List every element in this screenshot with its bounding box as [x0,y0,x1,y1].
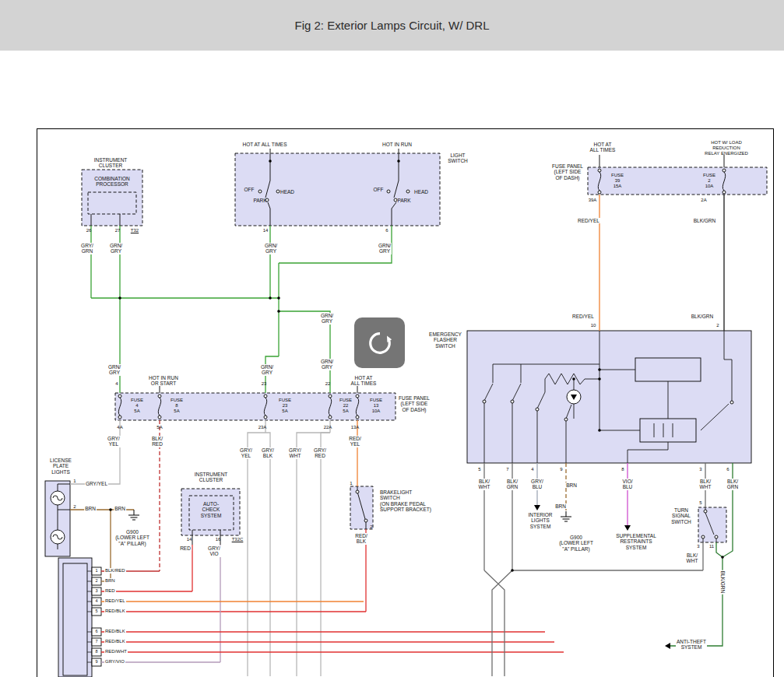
component-box [92,588,101,595]
arrow-symbol [665,643,670,649]
fuse-symbol [356,395,359,398]
ground-symbol [561,511,571,521]
contact-symbol [394,198,397,202]
junction-dot [277,310,280,313]
wire [321,433,330,676]
ground-symbol [128,510,139,520]
fuse-symbol [722,169,726,172]
contact-symbol [258,190,262,193]
contact-symbol [511,400,514,403]
contact-symbol [364,519,367,522]
contact-symbol [387,190,390,193]
contact-symbol [536,408,539,411]
junction-dot [572,377,575,381]
contact-symbol [356,490,359,493]
loading-spinner-icon [367,330,393,356]
wire [492,570,512,676]
junction-dot [598,429,601,432]
contact-symbol [406,190,410,193]
junction-dot [277,296,280,300]
component-box [92,598,101,605]
contact-symbol [564,418,568,421]
junction-dot [721,556,724,559]
component-box [235,153,440,226]
component-box [588,167,767,195]
loading-overlay[interactable] [354,317,405,368]
component-box [92,648,101,656]
fuse-symbol [329,395,332,398]
junction-dot [598,368,601,371]
wire [669,463,733,646]
fuse-symbol [598,169,601,172]
fuse-symbol [598,191,601,194]
contact-symbol [715,535,718,538]
contact-symbol [730,401,733,404]
component-box [467,331,751,463]
fuse-symbol [264,395,267,398]
junction-dot [269,296,272,300]
wire [279,311,330,393]
contact-symbol [701,535,705,538]
diagram-area: INSTRUMENT CLUSTERCOMBINATION PROCESSOR2… [0,0,784,677]
junction-dot [598,377,601,381]
component-box [92,608,101,616]
junction-dot [511,569,514,572]
fuse-symbol [118,416,121,419]
fuse-symbol [158,395,161,398]
wire [484,570,505,676]
component-box [92,658,101,666]
fuse-symbol [722,191,726,194]
junction-dot [118,296,121,300]
fuse-symbol [118,395,121,398]
junction-dot [269,160,272,163]
wire [248,433,265,676]
arrow-symbol [534,505,540,510]
wire [297,433,330,676]
fuse-symbol [158,416,161,419]
contact-symbol [276,190,279,193]
junction-dot [109,508,112,511]
wire [716,542,722,557]
fuse-symbol [356,416,359,419]
wire [279,226,392,263]
component-box [115,393,396,420]
component-box [92,628,101,636]
component-box [92,567,101,575]
component-box [92,638,101,646]
wire [70,420,120,484]
contact-symbol [704,510,707,513]
wire [265,356,279,393]
arrow-symbol [624,525,631,531]
component-box [92,577,101,585]
fuse-symbol [329,416,332,419]
junction-dot [397,160,400,163]
contact-symbol [483,400,486,403]
contact-symbol [265,198,269,202]
wire [265,433,270,676]
fuse-symbol [264,416,267,419]
